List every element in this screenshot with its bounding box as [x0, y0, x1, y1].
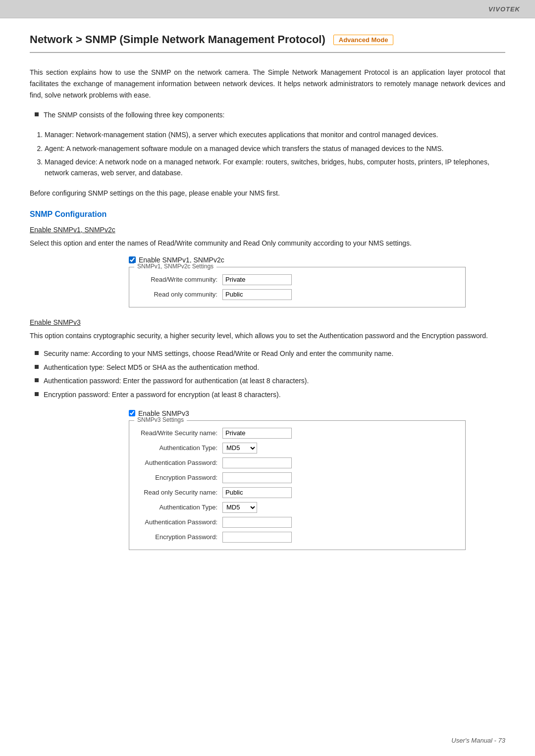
snmpv3-rw-secname-row: Read/Write Security name: — [138, 428, 456, 439]
bullet-square-icon — [35, 351, 39, 355]
snmpv3-bullet-2-text: Authentication type: Select MD5 or SHA a… — [44, 362, 259, 373]
before-config-text: Before configuring SNMP settings on the … — [30, 188, 505, 199]
bullet-square-icon — [35, 365, 39, 369]
snmpv3-rw-authpass-label: Authentication Password: — [138, 459, 222, 466]
snmpv3-ro-secname-row: Read only Security name: — [138, 487, 456, 498]
snmpv3-ro-authpass-row: Authentication Password: — [138, 517, 456, 528]
snmpv1v2c-settings-box: SNMPv1, SNMPv2c Settings Read/Write comm… — [129, 267, 466, 307]
snmpv3-ro-encpass-row: Encryption Password: — [138, 532, 456, 543]
snmpv3-settings-box: SNMPv3 Settings Read/Write Security name… — [129, 420, 466, 550]
intro-paragraph: This section explains how to use the SNM… — [30, 67, 505, 101]
snmpv3-desc: This option contains cryptographic secur… — [30, 330, 505, 342]
snmpv3-ro-authtype-label: Authentication Type: — [138, 504, 222, 511]
bullet-item-text: The SNMP consists of the following three… — [44, 110, 224, 121]
snmpv1v2c-rw-community-input[interactable] — [222, 274, 292, 285]
snmpv3-ro-secname-label: Read only Security name: — [138, 489, 222, 496]
snmpv3-ro-authtype-select[interactable]: MD5 SHA — [222, 502, 257, 513]
snmpv3-rw-secname-input[interactable] — [222, 428, 292, 439]
snmpv1v2c-checkbox[interactable] — [129, 256, 136, 263]
snmpv3-bullet-1-text: Security name: According to your NMS set… — [44, 349, 393, 359]
snmpv3-bullet-4: Encryption password: Enter a password fo… — [35, 390, 505, 401]
snmpv3-rw-secname-label: Read/Write Security name: — [138, 429, 222, 437]
snmpv3-bullet-3: Authentication password: Enter the passw… — [35, 376, 505, 387]
snmpv1v2c-ro-community-label: Read only community: — [138, 291, 222, 298]
numbered-list: Manager: Network-management station (NMS… — [45, 130, 505, 179]
snmpv3-bullet-list: Security name: According to your NMS set… — [35, 349, 505, 401]
snmpv3-rw-encpass-input[interactable] — [222, 472, 292, 483]
snmpv3-ro-authpass-input[interactable] — [222, 517, 292, 528]
brand-label: VIVOTEK — [488, 5, 520, 13]
page-title: Network > SNMP (Simple Network Managemen… — [30, 33, 325, 46]
snmpv3-rw-authtype-select[interactable]: MD5 SHA — [222, 443, 257, 454]
snmpv1v2c-rw-community-label: Read/Write community: — [138, 276, 222, 283]
bullet-list: The SNMP consists of the following three… — [35, 110, 505, 121]
snmpv3-bullet-3-text: Authentication password: Enter the passw… — [44, 376, 309, 387]
bullet-square-icon — [35, 392, 39, 396]
page-title-row: Network > SNMP (Simple Network Managemen… — [30, 33, 505, 53]
bullet-square-icon — [35, 378, 39, 382]
snmpv3-ro-encpass-input[interactable] — [222, 532, 292, 543]
snmpv3-subheading: Enable SNMPv3 — [30, 318, 505, 326]
advanced-mode-badge[interactable]: Advanced Mode — [333, 35, 394, 45]
snmpv3-rw-encpass-label: Encryption Password: — [138, 474, 222, 481]
snmpv3-bullet-1: Security name: According to your NMS set… — [35, 349, 505, 359]
snmpv3-bullet-4-text: Encryption password: Enter a password fo… — [44, 390, 281, 401]
snmpv3-ro-encpass-label: Encryption Password: — [138, 533, 222, 541]
bullet-item-snmp-components: The SNMP consists of the following three… — [35, 110, 505, 121]
top-bar: VIVOTEK — [0, 0, 535, 18]
snmpv3-ro-secname-input[interactable] — [222, 487, 292, 498]
snmpv3-rw-authpass-input[interactable] — [222, 457, 292, 468]
snmpv1v2c-ro-community-row: Read only community: — [138, 289, 456, 300]
snmpv3-checkbox[interactable] — [129, 410, 135, 416]
snmpv3-rw-encpass-row: Encryption Password: — [138, 472, 456, 483]
snmpv1v2c-desc: Select this option and enter the names o… — [30, 238, 505, 249]
numbered-item-1: Manager: Network-management station (NMS… — [45, 130, 505, 141]
snmpv1v2c-rw-community-row: Read/Write community: — [138, 274, 456, 285]
snmpv3-bullet-2: Authentication type: Select MD5 or SHA a… — [35, 362, 505, 373]
snmp-config-heading: SNMP Configuration — [30, 210, 505, 219]
snmpv3-rw-authtype-label: Authentication Type: — [138, 444, 222, 452]
snmpv3-settings-title: SNMPv3 Settings — [134, 416, 187, 423]
bullet-square-icon — [35, 112, 39, 116]
footer-label: User's Manual - 73 — [451, 737, 505, 744]
snmpv1v2c-ro-community-input[interactable] — [222, 289, 292, 300]
numbered-item-3: Managed device: A network node on a mana… — [45, 157, 505, 178]
snmpv1v2c-subheading: Enable SNMPv1, SNMPv2c — [30, 226, 505, 234]
snmpv1v2c-settings-title: SNMPv1, SNMPv2c Settings — [134, 263, 216, 270]
snmpv3-ro-authtype-row: Authentication Type: MD5 SHA — [138, 502, 456, 513]
numbered-item-2: Agent: A network-management software mod… — [45, 144, 505, 154]
snmpv3-ro-authpass-label: Authentication Password: — [138, 518, 222, 526]
content-area: Network > SNMP (Simple Network Managemen… — [0, 18, 535, 591]
snmpv3-rw-authpass-row: Authentication Password: — [138, 457, 456, 468]
snmpv3-rw-authtype-row: Authentication Type: MD5 SHA — [138, 443, 456, 454]
